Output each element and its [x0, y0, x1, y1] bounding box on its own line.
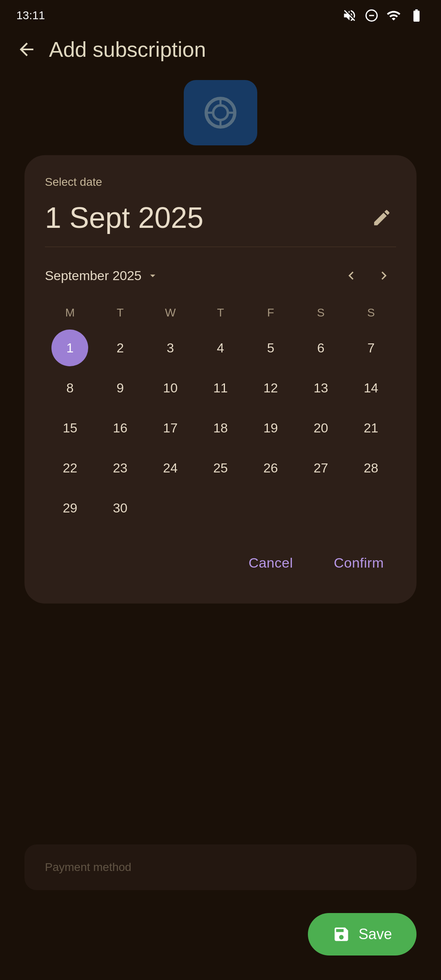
day-cell-27[interactable]: 27	[296, 450, 346, 486]
day-cell-empty-5	[346, 490, 396, 526]
day-cell-4[interactable]: 4	[196, 330, 246, 366]
svg-point-3	[213, 105, 228, 120]
day-cell-empty-2	[196, 490, 246, 526]
month-year-label: September 2025	[45, 268, 142, 283]
day-header-sat: S	[296, 300, 346, 325]
status-icons	[342, 8, 425, 23]
day-header-mon: M	[45, 300, 95, 325]
day-cell-12[interactable]: 12	[245, 370, 296, 406]
day-cell-16[interactable]: 16	[95, 410, 145, 446]
save-icon	[332, 925, 350, 943]
day-cell-28[interactable]: 28	[346, 450, 396, 486]
date-picker-dialog: Select date 1 Sept 2025 September 2025	[24, 155, 416, 604]
day-cell-30[interactable]: 30	[95, 490, 145, 526]
back-button[interactable]	[12, 35, 41, 64]
month-nav: September 2025	[45, 263, 396, 288]
day-cell-17[interactable]: 17	[145, 410, 196, 446]
day-cell-6[interactable]: 6	[296, 330, 346, 366]
month-selector[interactable]: September 2025	[45, 264, 159, 287]
day-header-fri: F	[245, 300, 296, 325]
day-cell-9[interactable]: 9	[95, 370, 145, 406]
day-cell-15[interactable]: 15	[45, 410, 95, 446]
day-cell-23[interactable]: 23	[95, 450, 145, 486]
day-cell-8[interactable]: 8	[45, 370, 95, 406]
page-title: Add subscription	[49, 37, 206, 62]
day-cell-1[interactable]: 1	[51, 330, 88, 366]
day-cell-14[interactable]: 14	[346, 370, 396, 406]
mute-icon	[342, 8, 357, 23]
day-cell-20[interactable]: 20	[296, 410, 346, 446]
confirm-button[interactable]: Confirm	[321, 547, 396, 579]
cancel-button[interactable]: Cancel	[236, 547, 305, 579]
app-icon	[184, 80, 257, 145]
payment-method-card: Payment method	[24, 844, 416, 890]
day-cell-5[interactable]: 5	[245, 330, 296, 366]
battery-icon	[408, 8, 425, 23]
day-cell-10[interactable]: 10	[145, 370, 196, 406]
day-cell-18[interactable]: 18	[196, 410, 246, 446]
day-cell-3[interactable]: 3	[145, 330, 196, 366]
day-cell-2[interactable]: 2	[95, 330, 145, 366]
top-nav: Add subscription	[0, 27, 441, 72]
day-cell-21[interactable]: 21	[346, 410, 396, 446]
donut-icon	[364, 8, 379, 23]
days-grid: 1 2 3 4 5 6 7 8 9 10 11 12 13 14 15 16 1…	[45, 330, 396, 526]
next-month-button[interactable]	[372, 263, 396, 288]
day-header-wed: W	[145, 300, 196, 325]
selected-date-row: 1 Sept 2025	[45, 201, 396, 247]
day-cell-13[interactable]: 13	[296, 370, 346, 406]
day-cell-26[interactable]: 26	[245, 450, 296, 486]
day-cell-empty-1	[145, 490, 196, 526]
day-cell-29[interactable]: 29	[45, 490, 95, 526]
prev-month-button[interactable]	[339, 263, 363, 288]
dialog-title: Select date	[45, 176, 396, 189]
save-button[interactable]: Save	[308, 913, 416, 956]
app-icon-area	[0, 72, 441, 145]
day-headers: M T W T F S S	[45, 300, 396, 325]
day-cell-25[interactable]: 25	[196, 450, 246, 486]
wifi-icon	[386, 8, 401, 23]
day-cell-22[interactable]: 22	[45, 450, 95, 486]
nav-arrows	[339, 263, 396, 288]
day-cell-11[interactable]: 11	[196, 370, 246, 406]
dropdown-icon	[147, 270, 159, 282]
calendar-grid: M T W T F S S 1 2 3 4 5 6 7 8 9 10 11 12…	[45, 300, 396, 526]
day-header-sun: S	[346, 300, 396, 325]
payment-method-label: Payment method	[45, 861, 396, 874]
save-button-label: Save	[359, 926, 392, 943]
day-cell-7[interactable]: 7	[346, 330, 396, 366]
status-bar: 13:11	[0, 0, 441, 27]
time-display: 13:11	[16, 9, 45, 22]
dialog-actions: Cancel Confirm	[45, 547, 396, 579]
day-header-thu: T	[196, 300, 246, 325]
day-cell-empty-3	[245, 490, 296, 526]
edit-date-button[interactable]	[368, 203, 396, 232]
day-cell-empty-4	[296, 490, 346, 526]
day-cell-19[interactable]: 19	[245, 410, 296, 446]
day-cell-24[interactable]: 24	[145, 450, 196, 486]
day-header-tue: T	[95, 300, 145, 325]
selected-date-text: 1 Sept 2025	[45, 201, 203, 234]
